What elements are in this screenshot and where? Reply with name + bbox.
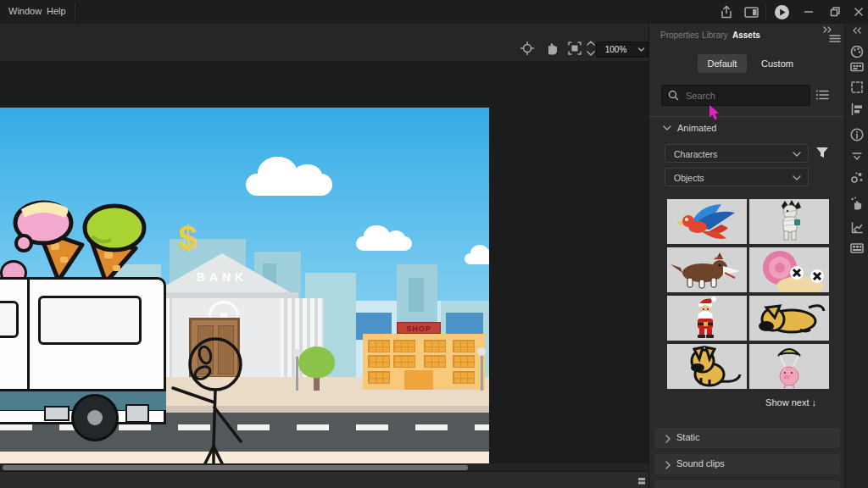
asset-thumb-wolf[interactable] (667, 247, 747, 292)
cloud (465, 253, 489, 264)
mode-default-button[interactable]: Default (698, 54, 747, 73)
dropdown-characters[interactable]: Characters (665, 144, 809, 163)
frame-fit-icon[interactable] (567, 41, 582, 56)
filter-icon[interactable] (815, 147, 829, 159)
keypad-icon[interactable] (849, 241, 865, 256)
section-animated-label: Animated (677, 123, 716, 133)
collapse-right-icon[interactable] (821, 25, 833, 34)
truck-cab-divider (27, 280, 30, 390)
play-button[interactable] (774, 4, 790, 20)
collapse-group-icon[interactable] (851, 152, 863, 161)
right-icon-strip (844, 24, 868, 488)
stick-figure-character[interactable] (161, 335, 254, 463)
stage-canvas[interactable]: $ BANK (0, 108, 489, 463)
panel-menu-icon[interactable] (829, 34, 841, 43)
section-sound-clips[interactable]: Sound clips (654, 454, 840, 474)
truck-step (125, 404, 149, 423)
zoom-dropdown-chevron-icon[interactable] (635, 42, 648, 58)
toggle-panel-icon[interactable] (744, 7, 759, 19)
shop-door (404, 370, 433, 390)
asset-thumb-dog-lying[interactable] (749, 296, 829, 341)
share-icon[interactable] (720, 5, 733, 19)
section-partial (654, 480, 840, 488)
truck-step (44, 406, 70, 421)
section-static-label: Static (676, 432, 700, 442)
trigger-hand-icon[interactable] (849, 196, 865, 211)
dropdown-objects[interactable]: Objects (665, 168, 809, 186)
restore-button[interactable] (829, 6, 841, 18)
marquee-icon[interactable] (849, 80, 865, 95)
list-view-icon[interactable] (815, 89, 829, 101)
tab-assets[interactable]: Assets (732, 30, 760, 40)
ice-cream-cones (4, 199, 165, 284)
tab-properties[interactable]: Properties (660, 30, 699, 40)
assets-panel: Properties Library Assets Default Custom… (648, 24, 845, 488)
editor-area: 100% (0, 24, 648, 488)
bank-cornice (146, 292, 298, 298)
titlebar-divider (765, 3, 766, 20)
dropdown-objects-value: Objects (674, 173, 704, 183)
section-animated[interactable]: Animated (649, 116, 845, 139)
close-button[interactable] (853, 6, 865, 18)
dropdown-characters-value: Characters (674, 149, 717, 159)
titlebar: Window Help (0, 0, 868, 25)
search-input[interactable] (684, 86, 806, 104)
bank-dollar-sign: $ (178, 219, 212, 257)
mode-custom-button[interactable]: Custom (753, 54, 802, 73)
cloud (356, 236, 412, 251)
asset-thumb-pig-parachute[interactable] (749, 344, 829, 389)
lamp-post (481, 352, 483, 391)
collapse-left-icon[interactable] (851, 26, 863, 35)
grip-icon[interactable] (637, 477, 646, 485)
scrollbar-thumb[interactable] (3, 465, 468, 470)
particles-icon[interactable] (849, 169, 865, 185)
minimize-button[interactable] (803, 6, 815, 18)
bank-sign-text: BANK (151, 270, 293, 287)
blue-building (446, 313, 483, 335)
search-icon (668, 90, 679, 101)
chart-icon[interactable] (849, 220, 865, 236)
align-icon[interactable] (849, 102, 865, 117)
snap-target-icon[interactable] (520, 41, 535, 56)
scene-grid-icon[interactable] (849, 59, 865, 75)
tree-canopy (298, 347, 335, 378)
show-next-link[interactable]: Show next ↓ (649, 397, 816, 408)
asset-thumb-santa[interactable] (667, 296, 747, 341)
palette-icon[interactable] (849, 44, 865, 59)
section-sound-clips-label: Sound clips (676, 458, 725, 469)
truck-wheel (71, 394, 119, 441)
horizontal-scrollbar[interactable] (0, 463, 648, 471)
canvas-toolbar: 100% (0, 24, 648, 62)
lamp-light (477, 347, 486, 356)
menu-window[interactable]: Window (8, 6, 42, 16)
cloud (246, 174, 332, 196)
info-icon[interactable] (849, 127, 865, 142)
asset-thumb-dog-sitting[interactable] (667, 344, 747, 389)
truck-side-window (38, 296, 142, 345)
mouse-cursor (709, 105, 721, 121)
search-box[interactable] (661, 85, 810, 106)
section-static[interactable]: Static (654, 428, 840, 448)
asset-thumb-parrot[interactable] (667, 199, 747, 244)
asset-thumb-mummy[interactable] (749, 199, 829, 244)
menu-help[interactable]: Help (47, 6, 66, 16)
zoom-stepper[interactable] (586, 39, 596, 58)
shop-sign: SHOP (397, 322, 441, 334)
asset-thumb-snail[interactable] (749, 247, 829, 292)
app-window: Window Help (0, 0, 868, 488)
truck-front-window (0, 301, 19, 338)
status-bar (0, 471, 648, 488)
tab-library[interactable]: Library (702, 30, 728, 40)
zoom-level-value[interactable]: 100% (596, 42, 636, 58)
menu-divider (75, 3, 75, 21)
hand-tool-icon[interactable] (543, 40, 559, 56)
